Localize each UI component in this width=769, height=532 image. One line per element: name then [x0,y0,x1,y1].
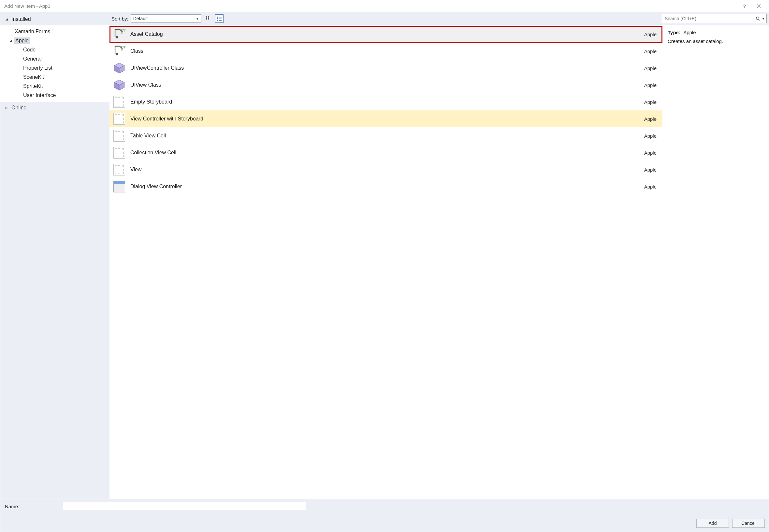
chevron-right-icon [4,105,9,110]
cancel-button[interactable]: Cancel [732,519,765,528]
svg-text:C#: C# [121,28,126,32]
tree-item-label: General [22,56,43,62]
view-tiles-button[interactable] [204,14,213,23]
tree-item-apple[interactable]: Apple [0,36,109,45]
details-description: Creates an asset catalog. [668,38,763,44]
button-row: Add Cancel [4,519,765,528]
template-group: Apple [644,99,657,105]
template-group: Apple [644,150,657,156]
template-row[interactable]: UIView ClassApple [109,77,663,93]
template-row[interactable]: Dialog View ControllerApple [109,178,663,195]
toolbar: Sort by: Default ▼ ▾ [109,12,769,25]
name-input[interactable] [63,502,306,510]
tree-item-label: Xamarin.Forms [13,28,51,35]
template-group: Apple [644,65,657,71]
template-group: Apple [644,133,657,139]
name-row: Name: [4,502,765,510]
template-icon: C# [113,28,126,41]
window-title: Add New Item - App3 [4,3,737,9]
tree-item-label: Property List [22,65,54,71]
tree-item-label: SceneKit [22,74,45,80]
template-name: Dialog View Controller [130,184,644,189]
template-row[interactable]: View Controller with StoryboardApple [109,110,663,127]
template-name: Asset Catalog [130,31,644,37]
template-row[interactable]: Table View CellApple [109,127,663,144]
template-icon [113,129,126,142]
template-name: View Controller with Storyboard [130,116,644,122]
view-list-button[interactable] [215,14,224,23]
template-list[interactable]: C#Asset CatalogAppleC#ClassAppleUIViewCo… [109,26,663,499]
chevron-down-icon [8,38,13,43]
svg-rect-4 [206,18,207,20]
tree-item-general[interactable]: General [0,54,109,63]
template-name: UIView Class [130,82,644,88]
sort-by-label: Sort by: [111,16,128,21]
template-icon [113,112,126,125]
template-name: UIViewController Class [130,65,644,71]
svg-rect-5 [208,18,209,20]
template-name: Class [130,48,644,54]
search-input[interactable] [665,16,755,21]
tree-item-label: Apple [14,37,30,44]
help-button[interactable]: ? [737,1,752,11]
chevron-down-icon: ▼ [196,17,199,21]
sort-by-select[interactable]: Default ▼ [131,14,202,23]
details-type-value: Apple [683,30,696,35]
template-row[interactable]: C#Asset CatalogApple [109,26,663,43]
name-label: Name: [4,504,60,509]
svg-rect-10 [217,20,218,21]
template-row[interactable]: C#ClassApple [109,43,663,60]
search-icon[interactable] [755,16,761,21]
tree-item-user-interface[interactable]: User Interface [0,91,109,100]
chevron-down-icon [4,17,9,21]
add-button[interactable]: Add [696,519,729,528]
search-box[interactable]: ▾ [662,14,767,23]
close-button[interactable] [752,1,766,11]
svg-rect-3 [208,16,209,18]
svg-rect-6 [217,17,218,18]
tree-item-property-list[interactable]: Property List [0,63,109,73]
details-type-row: Type: Apple [668,30,763,35]
tree-online-label: Online [10,105,28,111]
svg-point-12 [756,17,759,20]
template-row[interactable]: ViewApple [109,161,663,178]
bottom-panel: Name: Add Cancel [0,499,769,532]
center-column: Sort by: Default ▼ ▾ C#Asset CatalogAppl… [109,12,769,499]
template-group: Apple [644,184,657,189]
template-row[interactable]: Empty StoryboardApple [109,93,663,110]
category-tree: Installed Xamarin.Forms Apple Code Gener… [0,12,109,499]
template-name: Table View Cell [130,133,644,139]
template-group: Apple [644,49,657,54]
tree-item-spritekit[interactable]: SpriteKit [0,82,109,91]
tree-installed[interactable]: Installed [0,15,109,24]
cancel-button-label: Cancel [741,521,756,526]
tree-online[interactable]: Online [0,103,109,112]
tree-item-scenekit[interactable]: SceneKit [0,73,109,82]
list-icon [217,16,222,21]
template-group: Apple [644,167,657,173]
template-row[interactable]: UIViewController ClassApple [109,60,663,77]
add-button-label: Add [709,521,717,526]
svg-rect-2 [206,16,207,18]
template-name: Empty Storyboard [130,99,644,105]
search-dropdown-icon[interactable]: ▾ [761,17,765,21]
template-row[interactable]: Collection View CellApple [109,144,663,161]
template-icon [113,163,126,176]
sort-by-value: Default [133,16,147,21]
template-icon [113,146,126,159]
template-icon: C# [113,45,126,58]
tree-item-label: Code [22,47,37,53]
tree-item-code[interactable]: Code [0,45,109,54]
tree-item-xamarin-forms[interactable]: Xamarin.Forms [0,27,109,36]
template-name: View [130,167,644,173]
template-group: Apple [644,116,657,122]
template-group: Apple [644,82,657,88]
template-icon [113,95,126,108]
titlebar: Add New Item - App3 ? [0,0,769,12]
tree-installed-label: Installed [10,16,32,22]
svg-rect-7 [219,17,222,18]
tree-item-label: User Interface [22,92,57,99]
template-name: Collection View Cell [130,150,644,156]
svg-rect-11 [219,20,222,21]
main-area: Installed Xamarin.Forms Apple Code Gener… [0,12,769,499]
